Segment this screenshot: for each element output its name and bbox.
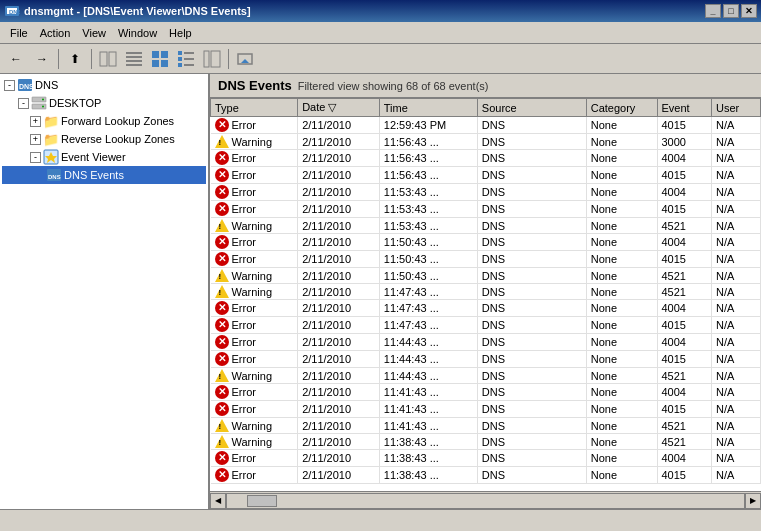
table-row[interactable]: Warning2/11/201011:47:43 ...DNSNone4521N… bbox=[211, 284, 761, 300]
table-row[interactable]: Warning2/11/201011:38:43 ...DNSNone4521N… bbox=[211, 434, 761, 450]
warning-icon bbox=[215, 369, 229, 382]
table-row[interactable]: Warning2/11/201011:41:43 ...DNSNone4521N… bbox=[211, 418, 761, 434]
svg-rect-10 bbox=[161, 51, 168, 58]
hscroll-thumb[interactable] bbox=[247, 495, 277, 507]
cell-date: 2/11/2010 bbox=[298, 384, 380, 401]
col-time[interactable]: Time bbox=[379, 99, 477, 117]
table-row[interactable]: ✕Error2/11/201011:56:43 ...DNSNone4004N/… bbox=[211, 150, 761, 167]
cell-category: None bbox=[586, 284, 657, 300]
table-row[interactable]: ✕Error2/11/201011:50:43 ...DNSNone4004N/… bbox=[211, 234, 761, 251]
table-row[interactable]: Warning2/11/201011:53:43 ...DNSNone4521N… bbox=[211, 218, 761, 234]
menu-help[interactable]: Help bbox=[163, 25, 198, 41]
close-button[interactable]: ✕ bbox=[741, 4, 757, 18]
table-row[interactable]: ✕Error2/11/201011:44:43 ...DNSNone4015N/… bbox=[211, 351, 761, 368]
cell-type: ✕Error bbox=[211, 384, 298, 401]
sidebar-item-forward[interactable]: + 📁 Forward Lookup Zones bbox=[2, 112, 206, 130]
col-category[interactable]: Category bbox=[586, 99, 657, 117]
table-row[interactable]: Warning2/11/201011:50:43 ...DNSNone4521N… bbox=[211, 268, 761, 284]
col-event[interactable]: Event bbox=[657, 99, 711, 117]
cell-event: 4015 bbox=[657, 467, 711, 484]
cell-source: DNS bbox=[477, 284, 586, 300]
cell-time: 11:41:43 ... bbox=[379, 384, 477, 401]
table-row[interactable]: ✕Error2/11/201011:41:43 ...DNSNone4004N/… bbox=[211, 384, 761, 401]
hscroll-track[interactable] bbox=[226, 493, 745, 509]
sidebar-item-dns[interactable]: - DNS DNS bbox=[2, 76, 206, 94]
sidebar-item-server[interactable]: - DESKTOP bbox=[2, 94, 206, 112]
toolbar-btn-6[interactable] bbox=[233, 47, 257, 71]
col-source[interactable]: Source bbox=[477, 99, 586, 117]
menu-view[interactable]: View bbox=[76, 25, 112, 41]
hscroll-area[interactable]: ◀ ▶ bbox=[210, 491, 761, 509]
cell-time: 11:56:43 ... bbox=[379, 134, 477, 150]
table-row[interactable]: ✕Error2/11/201011:38:43 ...DNSNone4004N/… bbox=[211, 450, 761, 467]
col-date[interactable]: Date ▽ bbox=[298, 99, 380, 117]
cell-category: None bbox=[586, 351, 657, 368]
sidebar-item-dnsevents[interactable]: DNS DNS Events bbox=[2, 166, 206, 184]
table-row[interactable]: ✕Error2/11/201011:44:43 ...DNSNone4004N/… bbox=[211, 334, 761, 351]
cell-user: N/A bbox=[711, 450, 760, 467]
svg-rect-14 bbox=[184, 52, 194, 54]
tree-toggle-eventviewer[interactable]: - bbox=[30, 152, 41, 163]
hscroll-right[interactable]: ▶ bbox=[745, 493, 761, 509]
back-button[interactable]: ← bbox=[4, 47, 28, 71]
cell-time: 11:53:43 ... bbox=[379, 201, 477, 218]
cell-time: 11:38:43 ... bbox=[379, 467, 477, 484]
cell-source: DNS bbox=[477, 351, 586, 368]
table-row[interactable]: Warning2/11/201011:44:43 ...DNSNone4521N… bbox=[211, 368, 761, 384]
eventviewer-icon bbox=[43, 149, 59, 165]
cell-type: ✕Error bbox=[211, 117, 298, 134]
tree-toggle-reverse[interactable]: + bbox=[30, 134, 41, 145]
sidebar-item-reverse[interactable]: + 📁 Reverse Lookup Zones bbox=[2, 130, 206, 148]
cell-user: N/A bbox=[711, 434, 760, 450]
error-icon: ✕ bbox=[215, 118, 229, 132]
cell-time: 11:41:43 ... bbox=[379, 401, 477, 418]
forward-button[interactable]: → bbox=[30, 47, 54, 71]
sidebar-item-eventviewer[interactable]: - Event Viewer bbox=[2, 148, 206, 166]
menu-file[interactable]: File bbox=[4, 25, 34, 41]
table-row[interactable]: ✕Error2/11/201012:59:43 PMDNSNone4015N/A bbox=[211, 117, 761, 134]
cell-source: DNS bbox=[477, 150, 586, 167]
up-button[interactable]: ⬆ bbox=[63, 47, 87, 71]
app-icon: DNS bbox=[4, 3, 20, 19]
content-area: DNS Events Filtered view showing 68 of 6… bbox=[210, 74, 761, 509]
col-type[interactable]: Type bbox=[211, 99, 298, 117]
table-row[interactable]: ✕Error2/11/201011:53:43 ...DNSNone4004N/… bbox=[211, 184, 761, 201]
cell-event: 4015 bbox=[657, 251, 711, 268]
table-row[interactable]: ✕Error2/11/201011:41:43 ...DNSNone4015N/… bbox=[211, 401, 761, 418]
table-row[interactable]: ✕Error2/11/201011:50:43 ...DNSNone4015N/… bbox=[211, 251, 761, 268]
menu-action[interactable]: Action bbox=[34, 25, 77, 41]
toolbar-btn-4[interactable] bbox=[174, 47, 198, 71]
table-row[interactable]: ✕Error2/11/201011:56:43 ...DNSNone4015N/… bbox=[211, 167, 761, 184]
table-row[interactable]: ✕Error2/11/201011:47:43 ...DNSNone4004N/… bbox=[211, 300, 761, 317]
svg-rect-3 bbox=[100, 52, 107, 66]
tree-toggle-dns[interactable]: - bbox=[4, 80, 15, 91]
toolbar-btn-3[interactable] bbox=[148, 47, 172, 71]
minimize-button[interactable]: _ bbox=[705, 4, 721, 18]
show-hide-tree[interactable] bbox=[96, 47, 120, 71]
title-bar: DNS dnsmgmt - [DNS\Event Viewer\DNS Even… bbox=[0, 0, 761, 22]
error-icon: ✕ bbox=[215, 335, 229, 349]
table-row[interactable]: ✕Error2/11/201011:38:43 ...DNSNone4015N/… bbox=[211, 467, 761, 484]
menu-window[interactable]: Window bbox=[112, 25, 163, 41]
cell-time: 11:47:43 ... bbox=[379, 317, 477, 334]
cell-user: N/A bbox=[711, 284, 760, 300]
toolbar-btn-2[interactable] bbox=[122, 47, 146, 71]
type-label: Error bbox=[232, 169, 256, 181]
events-table-container[interactable]: Type Date ▽ Time Source Category Event U… bbox=[210, 98, 761, 491]
cell-source: DNS bbox=[477, 201, 586, 218]
cell-category: None bbox=[586, 317, 657, 334]
col-user[interactable]: User bbox=[711, 99, 760, 117]
table-row[interactable]: Warning2/11/201011:56:43 ...DNSNone3000N… bbox=[211, 134, 761, 150]
hscroll-left[interactable]: ◀ bbox=[210, 493, 226, 509]
tree-toggle-server[interactable]: - bbox=[18, 98, 29, 109]
tree-toggle-forward[interactable]: + bbox=[30, 116, 41, 127]
toolbar-btn-5[interactable] bbox=[200, 47, 224, 71]
maximize-button[interactable]: □ bbox=[723, 4, 739, 18]
warning-icon bbox=[215, 135, 229, 148]
cell-time: 12:59:43 PM bbox=[379, 117, 477, 134]
cell-date: 2/11/2010 bbox=[298, 251, 380, 268]
panel-header: DNS Events Filtered view showing 68 of 6… bbox=[210, 74, 761, 98]
table-row[interactable]: ✕Error2/11/201011:53:43 ...DNSNone4015N/… bbox=[211, 201, 761, 218]
cell-type: ✕Error bbox=[211, 234, 298, 251]
table-row[interactable]: ✕Error2/11/201011:47:43 ...DNSNone4015N/… bbox=[211, 317, 761, 334]
